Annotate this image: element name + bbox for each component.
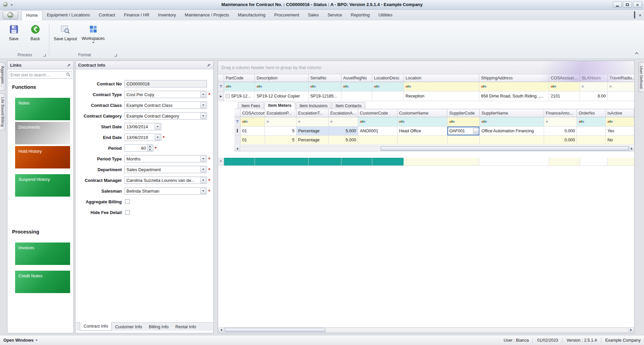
input-contract-manager[interactable]: Carolina Suzzetta Lourens van de... (124, 177, 207, 184)
collapse-ribbon-button[interactable] (633, 51, 640, 56)
ribbon-tab-manufacturing[interactable]: Manufacturing (233, 10, 270, 20)
new-row-cell[interactable] (404, 158, 479, 166)
column-header-suppliername[interactable]: SupplierName (480, 109, 544, 117)
dropdown-button[interactable] (200, 91, 206, 97)
ellipsis-button[interactable]: … (473, 128, 479, 134)
cell-customercode[interactable]: ANO0001 (358, 127, 397, 136)
link-button-suspend-history[interactable]: Suspend History (15, 174, 70, 197)
minimize-button[interactable] (613, 2, 622, 8)
cell-orderno[interactable] (577, 127, 606, 136)
column-header-financeamo[interactable]: FinanceAmo... (544, 109, 577, 117)
tab-customer-info[interactable]: Customer Info (112, 323, 145, 331)
cell-escalationt[interactable]: Percentage (297, 127, 329, 136)
ribbon-tab-procurement[interactable]: Procurement (270, 10, 303, 20)
ribbon-tab-utilities[interactable]: Utilities (374, 10, 397, 20)
tab-item-inclusions[interactable]: Item Inclusions (296, 102, 331, 109)
input-department[interactable]: Sales Department (124, 166, 207, 173)
filter-cell-location[interactable]: aBc (404, 82, 479, 91)
column-header-customername[interactable]: CustomerName (397, 109, 448, 117)
dropdown-button[interactable] (200, 102, 206, 108)
new-item-row[interactable]: * (218, 158, 635, 166)
filter-cell-locationdesc[interactable]: aBc (372, 82, 404, 91)
tab-item-meters[interactable]: Item Meters (265, 102, 295, 109)
cell-isactive[interactable]: No (606, 136, 634, 145)
new-row-cell[interactable] (372, 158, 404, 166)
spinner-buttons[interactable] (147, 145, 152, 151)
link-button-invoices[interactable]: Invoices (15, 243, 70, 265)
main-horizontal-scrollbar[interactable] (218, 327, 634, 333)
filter-cell-escalationt[interactable]: = (297, 117, 329, 127)
checkbox-aggregate-billing[interactable] (125, 199, 130, 204)
filter-cell-customercode[interactable]: aBc (358, 117, 397, 127)
dock-tab-aggregate[interactable]: Aggregate... (0, 62, 6, 91)
scroll-left-arrow[interactable] (235, 146, 240, 151)
ribbon-tab-sales[interactable]: Sales (304, 10, 323, 20)
cell-escalationa[interactable]: 5.000 (329, 127, 358, 136)
cell-slahours[interactable]: 8.00 (580, 91, 608, 101)
tab-billing-info[interactable]: Billing Info (146, 323, 172, 331)
cell-orderno[interactable] (577, 136, 606, 145)
column-header-slahours[interactable]: SLAHours (580, 74, 608, 82)
new-row-cell[interactable] (341, 158, 372, 166)
input-period-type[interactable]: Months (124, 155, 207, 162)
cell-serialno[interactable]: SP19-12185... (309, 91, 341, 101)
column-header-orderno[interactable]: OrderNo (577, 109, 606, 117)
filter-cell-assetregno[interactable]: aBc (341, 82, 372, 91)
new-row-cell[interactable] (549, 158, 580, 166)
cell-financeamo[interactable]: 0.000 (544, 127, 577, 136)
dialog-launcher-icon[interactable] (114, 54, 117, 57)
dock-tab-user-defined[interactable]: User Defined (638, 62, 644, 92)
link-button-credit-notes[interactable]: Credit Notes (15, 271, 70, 293)
cell-financeamo[interactable]: 0.000 (544, 136, 577, 145)
input-period[interactable]: 60 (124, 144, 153, 152)
dropdown-button[interactable] (155, 134, 160, 140)
application-menu-button[interactable] (3, 11, 18, 19)
cell-partcode[interactable]: −SP19-12... (224, 91, 255, 101)
cell-cosaccoun[interactable]: 01 (240, 127, 265, 136)
filter-cell-slahours[interactable]: = (580, 82, 608, 91)
column-header-locationdesc[interactable]: LocationDesc (372, 74, 404, 82)
column-header-escalationp[interactable]: EscalationP... (265, 109, 297, 117)
pin-icon[interactable] (67, 63, 71, 67)
tab-item-fees[interactable]: Item Fees (238, 102, 264, 109)
column-header-assetregno[interactable]: AssetRegNo (341, 74, 372, 82)
ribbon-tab-contract[interactable]: Contract (94, 10, 119, 20)
cell-cosaccoun[interactable]: 01 (240, 136, 265, 145)
collapse-detail-button[interactable]: − (226, 94, 230, 98)
group-by-panel[interactable]: Drag a column header here to group by th… (218, 61, 634, 74)
input-contract-class[interactable]: Example Contract Class (124, 101, 207, 109)
column-header-serialno[interactable]: SerialNo (309, 74, 341, 82)
column-header-shippingaddress[interactable]: ShippingAddress (479, 74, 549, 82)
new-row-cell[interactable] (479, 158, 549, 166)
cell-escalationt[interactable]: Percentage (297, 136, 329, 145)
column-header-customercode[interactable]: CustomerCode (358, 109, 397, 117)
workspaces-button[interactable]: Workspaces (80, 23, 106, 44)
detail-horizontal-scrollbar[interactable] (234, 146, 635, 151)
link-button-hold-history[interactable]: Hold History (15, 146, 70, 168)
mdi-maximize-button[interactable] (634, 12, 635, 18)
supplier-code-editor[interactable]: OAF001 (449, 129, 473, 133)
search-input[interactable] (10, 73, 66, 77)
ribbon-tab-reporting[interactable]: Reporting (346, 10, 374, 20)
input-contract-no[interactable]: CO0000016 (124, 80, 207, 87)
column-header-escalationa[interactable]: EscalationA... (329, 109, 358, 117)
cell-isactive[interactable]: Yes (606, 127, 634, 136)
dropdown-button[interactable] (200, 188, 206, 194)
ribbon-tab-home[interactable]: Home (21, 10, 43, 20)
cell-escalationp[interactable]: 5 (265, 127, 297, 136)
filter-cell-shippingaddress[interactable]: aBc (479, 82, 549, 91)
column-header-isactive[interactable]: IsActive (606, 109, 634, 117)
new-row-cell[interactable] (608, 158, 635, 166)
dropdown-button[interactable] (200, 156, 206, 162)
open-windows-button[interactable]: Open Windows (3, 338, 38, 343)
column-header-location[interactable]: Location (404, 74, 479, 82)
tab-contract-info[interactable]: Contract Info (80, 322, 112, 331)
maximize-button[interactable] (623, 2, 632, 8)
cell-customercode[interactable] (358, 136, 397, 145)
dropdown-button[interactable] (200, 166, 206, 172)
cell-suppliercode[interactable]: OAF001… (447, 127, 480, 136)
pin-icon[interactable] (207, 63, 211, 67)
scroll-thumb[interactable] (381, 146, 629, 151)
column-header-travelradiu[interactable]: TravelRadiu... (608, 74, 635, 82)
filter-cell-suppliername[interactable]: aBc (480, 117, 544, 127)
